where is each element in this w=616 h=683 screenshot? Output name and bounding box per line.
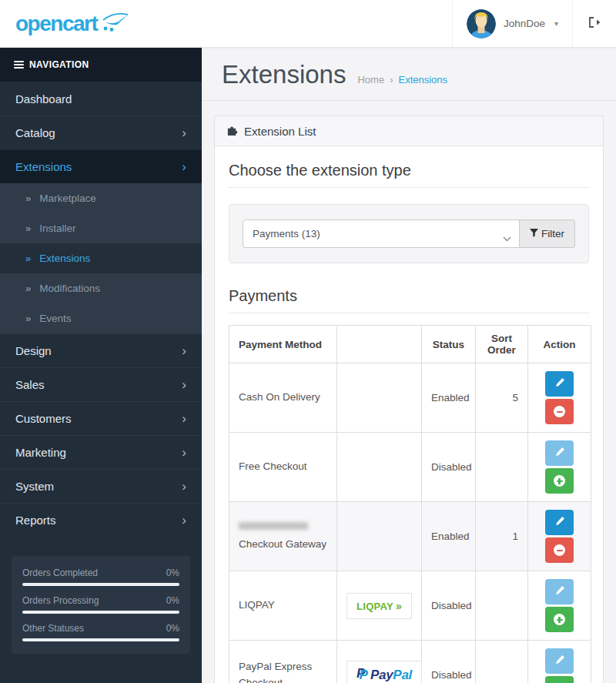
install-button[interactable] (545, 607, 574, 632)
status-cell: Enabled (422, 363, 476, 433)
funnel-icon (530, 228, 538, 239)
plus-circle-icon (554, 614, 565, 625)
sidebar-subitem-marketplace[interactable]: »Marketplace (0, 183, 202, 213)
payment-logo-cell: PPPayPal (337, 641, 422, 683)
minus-circle-icon (554, 406, 565, 417)
sidebar-subitem-extensions[interactable]: »Extensions (0, 243, 202, 273)
sort-order-cell (476, 641, 528, 683)
edit-button-disabled[interactable] (545, 579, 574, 604)
table-row: LIQPAYLIQPAY»Disabled (229, 571, 591, 641)
user-menu[interactable]: JohnDoe ▾ (452, 0, 573, 47)
stat-label: Other Statuses (22, 623, 84, 634)
breadcrumb-home[interactable]: Home (357, 74, 384, 85)
sidebar-item-label: Marketing (15, 446, 66, 459)
logout-button[interactable] (573, 0, 616, 47)
sidebar-item-reports[interactable]: Reports› (0, 503, 202, 537)
pencil-icon (555, 655, 564, 667)
sidebar-item-marketing[interactable]: Marketing› (0, 435, 202, 469)
sidebar-subitem-events[interactable]: »Events (0, 303, 202, 333)
sidebar-item-dashboard[interactable]: Dashboard (0, 82, 202, 116)
sidebar-item-label: Extensions (15, 160, 72, 173)
status-cell: Enabled (422, 502, 476, 571)
stat-value: 0% (166, 595, 179, 606)
sidebar-subitem-label: Modifications (39, 283, 100, 294)
install-button[interactable] (545, 468, 574, 494)
payment-method-name: Cash On Delivery (239, 391, 320, 403)
column-header-payment-method: Payment Method (229, 326, 337, 363)
panel-title: Extension List (244, 125, 316, 138)
logout-icon (588, 16, 601, 31)
guillemet-icon: » (25, 193, 31, 204)
uninstall-button[interactable] (545, 537, 574, 563)
action-buttons (533, 440, 586, 494)
edit-button-disabled[interactable] (545, 440, 574, 466)
status-cell: Disabled (422, 641, 476, 683)
edit-button[interactable] (545, 510, 574, 535)
action-cell (528, 641, 591, 683)
opencart-logo[interactable]: opencart (0, 0, 202, 47)
chevron-right-icon: › (182, 514, 186, 527)
chevron-right-icon: › (182, 412, 186, 425)
extension-type-select[interactable]: Payments (13) (243, 219, 520, 248)
sidebar-item-system[interactable]: System› (0, 469, 202, 503)
payments-table: Payment MethodStatusSort OrderAction Cas… (229, 325, 591, 683)
page-title: Extensions (222, 61, 346, 89)
opencart-cart-icon (102, 12, 129, 35)
order-stat: Other Statuses0% (22, 623, 179, 641)
stat-label: Orders Completed (22, 567, 98, 578)
panel-heading: Extension List (215, 116, 603, 146)
sidebar-item-sales[interactable]: Sales› (0, 367, 202, 401)
table-row: Checkout GatewayEnabled1 (229, 502, 591, 571)
payment-logo-cell (337, 433, 422, 502)
order-stat: Orders Processing0% (22, 595, 179, 614)
status-cell: Disabled (422, 433, 476, 502)
sidebar-item-label: Design (15, 344, 52, 357)
stat-value: 0% (166, 567, 179, 578)
payment-method-name: PayPal Express Checkout (239, 661, 312, 683)
payments-table-head: Payment MethodStatusSort OrderAction (229, 326, 591, 363)
main-content: Extensions Home › Extensions Extension L… (202, 48, 616, 683)
sidebar-submenu: »Marketplace»Installer»Extensions»Modifi… (0, 183, 202, 333)
filter-well: Payments (13) Filter (229, 204, 589, 263)
sidebar-subitem-modifications[interactable]: »Modifications (0, 273, 202, 303)
chevron-right-icon: › (182, 126, 186, 139)
payment-method-cell: PayPal Express Checkout (229, 641, 337, 683)
progress-bar (22, 583, 179, 586)
filter-button[interactable]: Filter (520, 219, 575, 248)
stat-label: Orders Processing (22, 595, 99, 606)
edit-button[interactable] (545, 371, 574, 397)
column-header-action: Action (528, 326, 591, 363)
filter-button-label: Filter (541, 228, 564, 239)
sidebar-item-design[interactable]: Design› (0, 333, 202, 367)
payment-method-cell: LIQPAY (229, 571, 337, 641)
sidebar-item-customers[interactable]: Customers› (0, 401, 202, 435)
action-cell (528, 433, 591, 502)
sort-order-cell (476, 433, 528, 502)
hamburger-icon (14, 61, 24, 69)
payment-logo-cell (337, 502, 422, 571)
chevron-right-icon: › (182, 446, 186, 459)
edit-button-disabled[interactable] (545, 648, 574, 674)
status-cell: Disabled (422, 571, 476, 641)
payment-logo-cell (337, 363, 422, 433)
uninstall-button[interactable] (545, 399, 574, 424)
action-cell (528, 571, 591, 641)
chevron-right-icon: › (182, 160, 186, 173)
paypal-mark-icon: PP (357, 668, 368, 681)
action-cell (528, 363, 591, 433)
sidebar-subitem-installer[interactable]: »Installer (0, 213, 202, 243)
breadcrumb-extensions-link[interactable]: Extensions (398, 74, 447, 85)
install-button[interactable] (545, 676, 574, 683)
liqpay-logo: LIQPAY» (346, 593, 412, 619)
action-buttons (533, 579, 586, 632)
column-header-sort-order: Sort Order (476, 326, 528, 363)
sidebar-item-catalog[interactable]: Catalog› (0, 116, 202, 149)
column-header-logo (337, 326, 422, 363)
sidebar-item-extensions[interactable]: Extensions› (0, 149, 202, 183)
sidebar-nav-header: NAVIGATION (0, 48, 202, 82)
nav-header-label: NAVIGATION (29, 59, 89, 70)
liqpay-logo-text: LIQPAY (357, 601, 393, 612)
table-row: Free CheckoutDisabled (229, 433, 591, 502)
avatar (467, 9, 496, 39)
sidebar-item-label: Customers (15, 412, 72, 425)
